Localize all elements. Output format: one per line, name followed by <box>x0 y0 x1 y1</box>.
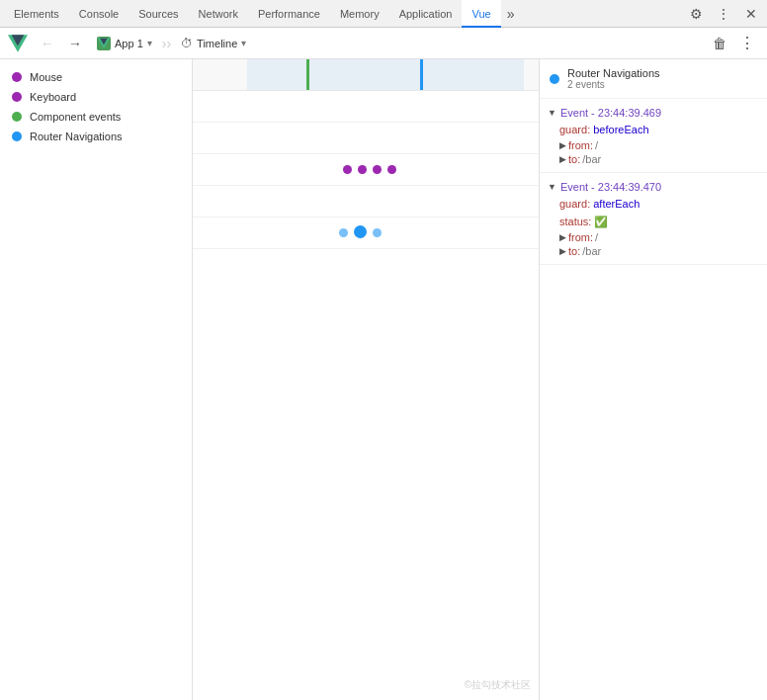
section-count: 2 events <box>567 79 660 90</box>
mouse-dots <box>343 165 396 174</box>
app-chevron-icon: ▾ <box>147 38 152 48</box>
component-events-dot <box>12 112 22 122</box>
expand-val-from-2: / <box>595 231 598 243</box>
tab-vue[interactable]: Vue <box>462 0 500 28</box>
tab-performance[interactable]: Performance <box>248 0 330 28</box>
timeline-chevron-icon: ▾ <box>241 38 246 48</box>
mouse-dot-1[interactable] <box>343 165 352 174</box>
expand-val-from-1: / <box>595 139 598 151</box>
mouse-dot-3[interactable] <box>373 165 382 174</box>
app-icon <box>97 37 111 50</box>
router-navigations-dot <box>12 131 22 141</box>
event-triangle-2: ▼ <box>548 182 556 192</box>
event-expandable-from-2[interactable]: ▶ from: / <box>540 230 767 244</box>
expand-key-from-2: from: <box>568 231 593 243</box>
secondary-toolbar: ← → App 1 ▾ › › ⏱ Timeline ▾ 🗑 ⋮ <box>0 28 767 59</box>
section-dot <box>550 74 559 84</box>
router-dot-1[interactable] <box>339 228 348 237</box>
event-triangle-1: ▼ <box>548 108 556 118</box>
prop-key-guard-1: guard: <box>559 124 593 135</box>
event-expandable-to-1[interactable]: ▶ to: /bar <box>540 152 767 166</box>
watermark: ©拉勾技术社区 <box>465 678 531 692</box>
prop-val-status-2: ✅ <box>594 216 608 227</box>
timeline-ruler <box>193 59 539 91</box>
tab-toolbar-icons: ⚙ ⋮ ✕ <box>684 2 763 26</box>
event-title-2[interactable]: ▼ Event - 23:44:39.470 <box>540 179 767 195</box>
timeline-row-router <box>193 218 539 249</box>
event-prop-status-2: status: ✅ <box>540 213 767 230</box>
keyboard-dot <box>12 92 22 102</box>
close-devtools-icon[interactable]: ✕ <box>739 2 763 26</box>
timeline-area: ©拉勾技术社区 <box>193 59 540 700</box>
timeline-icon: ⏱ <box>181 37 193 50</box>
section-title: Router Navigations <box>567 67 660 79</box>
prop-key-status-2: status: <box>559 216 594 227</box>
event-title-1[interactable]: ▼ Event - 23:44:39.469 <box>540 105 767 121</box>
right-panel-header: Router Navigations 2 events <box>540 59 767 99</box>
timeline-highlight <box>247 59 524 90</box>
expand-val-to-1: /bar <box>582 153 601 165</box>
tab-application[interactable]: Application <box>389 0 463 28</box>
mouse-dot-4[interactable] <box>387 165 396 174</box>
sidebar-item-keyboard[interactable]: Keyboard <box>0 87 192 107</box>
app-label: App 1 <box>115 38 143 49</box>
event-prop-guard-2: guard: afterEach <box>540 195 767 213</box>
sidebar-item-router-navigations[interactable]: Router Navigations <box>0 127 192 146</box>
sidebar-item-mouse-label: Mouse <box>30 71 62 83</box>
expand-triangle-to-2: ▶ <box>559 246 566 256</box>
expand-triangle-from-1: ▶ <box>559 140 566 150</box>
event-label-1: Event - 23:44:39.469 <box>560 107 661 119</box>
right-panel: Router Navigations 2 events ▼ Event - 23… <box>540 59 767 700</box>
timeline-marker-green <box>306 59 309 90</box>
settings-icon[interactable]: ⚙ <box>684 2 708 26</box>
sidebar-item-mouse[interactable]: Mouse <box>0 67 192 87</box>
timeline-marker-blue <box>420 59 423 90</box>
breadcrumb-arrows: › › <box>162 36 171 51</box>
sidebar-item-component-events[interactable]: Component events <box>0 107 192 127</box>
main-area: Mouse Keyboard Component events Router N… <box>0 59 767 700</box>
tab-sources[interactable]: Sources <box>128 0 188 28</box>
app-selector[interactable]: App 1 ▾ <box>91 35 158 52</box>
expand-key-to-2: to: <box>568 245 580 257</box>
timeline-row-keyboard <box>193 123 539 154</box>
more-tabs-button[interactable]: » <box>501 0 521 28</box>
expand-val-to-2: /bar <box>582 245 601 257</box>
timeline-label: Timeline <box>197 38 237 49</box>
mouse-dot <box>12 72 22 82</box>
prop-val-guard-2: afterEach <box>593 198 639 210</box>
expand-key-to-1: to: <box>568 153 580 165</box>
tab-console[interactable]: Console <box>69 0 128 28</box>
timeline-row-mouse <box>193 91 539 123</box>
prop-key-guard-2: guard: <box>559 198 593 210</box>
forward-button[interactable]: → <box>63 32 87 55</box>
vue-logo-icon <box>8 34 28 53</box>
mouse-dot-2[interactable] <box>358 165 367 174</box>
sidebar-item-router-navigations-label: Router Navigations <box>30 131 123 142</box>
arrow-right2-icon: › <box>166 36 171 51</box>
timeline-selector[interactable]: ⏱ Timeline ▾ <box>175 35 252 52</box>
sidebar: Mouse Keyboard Component events Router N… <box>0 59 193 700</box>
timeline-row-component <box>193 186 539 218</box>
event-prop-guard-1: guard: beforeEach <box>540 121 767 138</box>
tab-elements[interactable]: Elements <box>4 0 69 28</box>
router-dot-3[interactable] <box>373 228 382 237</box>
more-options2-button[interactable]: ⋮ <box>735 32 759 55</box>
router-dots <box>339 227 382 238</box>
tab-network[interactable]: Network <box>189 0 248 28</box>
more-options-icon[interactable]: ⋮ <box>712 2 735 26</box>
event-block-1: ▼ Event - 23:44:39.469 guard: beforeEach… <box>540 99 767 173</box>
back-button[interactable]: ← <box>36 32 59 55</box>
tab-memory[interactable]: Memory <box>330 0 389 28</box>
tab-bar: Elements Console Sources Network Perform… <box>0 0 767 28</box>
delete-button[interactable]: 🗑 <box>708 32 731 55</box>
prop-val-guard-1: beforeEach <box>593 124 648 135</box>
event-expandable-to-2[interactable]: ▶ to: /bar <box>540 244 767 258</box>
expand-triangle-from-2: ▶ <box>559 232 566 242</box>
router-dot-2[interactable] <box>354 225 367 238</box>
event-expandable-from-1[interactable]: ▶ from: / <box>540 138 767 152</box>
event-block-2: ▼ Event - 23:44:39.470 guard: afterEach … <box>540 173 767 265</box>
sidebar-item-keyboard-label: Keyboard <box>30 91 76 103</box>
expand-key-from-1: from: <box>568 139 593 151</box>
sidebar-item-component-events-label: Component events <box>30 111 121 123</box>
expand-triangle-to-1: ▶ <box>559 154 566 164</box>
